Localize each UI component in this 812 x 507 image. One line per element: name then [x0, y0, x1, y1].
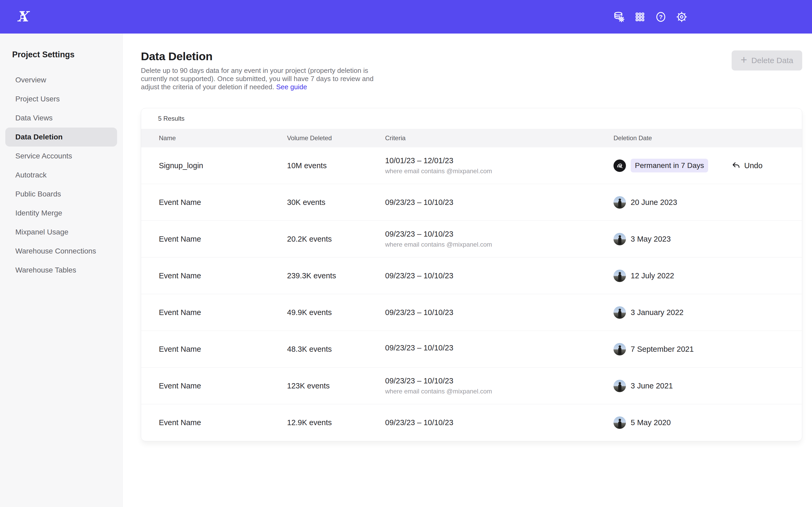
page-description: Delete up to 90 days data for any event … — [141, 66, 374, 91]
user-avatar — [613, 270, 626, 282]
criteria-cell: 09/23/23 – 10/10/23 — [385, 344, 613, 355]
table-row: Event Name 12.9K events 09/23/23 – 10/10… — [141, 404, 802, 441]
help-icon[interactable]: ? — [655, 11, 667, 23]
deletion-date-cell: 5 May 2020 — [613, 416, 802, 429]
criteria-date-range: 09/23/23 – 10/10/23 — [385, 308, 613, 317]
column-header-volume: Volume Deleted — [287, 134, 385, 142]
sidebar-item-label: Warehouse Tables — [15, 266, 76, 274]
deletion-date-cell: 12 July 2022 — [613, 270, 802, 282]
criteria-filter-text: where email contains @mixpanel.com — [385, 241, 613, 248]
page-header: Data Deletion Delete up to 90 days data … — [141, 50, 802, 91]
volume-deleted-cell: 48.3K events — [287, 345, 385, 353]
table-row: Event Name 239.3K events 09/23/23 – 10/1… — [141, 258, 802, 294]
sidebar-item-mixpanel-usage[interactable]: Mixpanel Usage — [5, 223, 117, 242]
event-name-cell: Signup_login — [159, 161, 287, 170]
undo-button[interactable]: Undo — [731, 161, 762, 170]
sidebar-item-label: Warehouse Connections — [15, 247, 96, 256]
settings-gear-icon[interactable] — [676, 11, 688, 23]
sidebar-item-public-boards[interactable]: Public Boards — [5, 184, 117, 204]
topbar-icon-group: ? — [613, 11, 688, 23]
sidebar-item-label: Overview — [15, 76, 46, 84]
deletion-date-cell: Permanent in 7 Days Undo — [613, 159, 802, 172]
column-header-name: Name — [159, 134, 287, 142]
deletion-date-text: 7 September 2021 — [631, 345, 694, 353]
sidebar: Project Settings OverviewProject UsersDa… — [0, 34, 123, 507]
deletion-date-cell: 7 September 2021 — [613, 343, 802, 355]
event-name-cell: Event Name — [159, 235, 287, 243]
mixpanel-logo[interactable]: X — [15, 9, 30, 24]
criteria-filter-text: where email contains @mixpanel.com — [385, 388, 613, 395]
topbar: X ? — [0, 0, 812, 34]
undo-icon — [731, 161, 741, 170]
criteria-filter-text: where email contains @mixpanel.com — [385, 167, 613, 175]
sidebar-item-overview[interactable]: Overview — [5, 70, 117, 90]
criteria-date-range: 09/23/23 – 10/10/23 — [385, 377, 613, 385]
criteria-date-range: 09/23/23 – 10/10/23 — [385, 344, 613, 352]
deletion-date-text: 3 June 2021 — [631, 382, 673, 390]
table-row: Signup_login 10M events 10/01/23 – 12/01… — [141, 147, 802, 184]
criteria-date-range: 10/01/23 – 12/01/23 — [385, 156, 613, 165]
sidebar-title: Project Settings — [12, 50, 122, 59]
sidebar-item-autotrack[interactable]: Autotrack — [5, 166, 117, 184]
delete-data-button[interactable]: + Delete Data — [732, 50, 802, 70]
table-row: Event Name 49.9K events 09/23/23 – 10/10… — [141, 294, 802, 331]
criteria-cell: 10/01/23 – 12/01/23 where email contains… — [385, 156, 613, 175]
volume-deleted-cell: 10M events — [287, 161, 385, 170]
undo-label: Undo — [744, 161, 762, 170]
volume-deleted-cell: 123K events — [287, 382, 385, 390]
sidebar-item-project-users[interactable]: Project Users — [5, 90, 117, 109]
sidebar-item-label: Mixpanel Usage — [15, 228, 68, 236]
deletion-date-text: 5 May 2020 — [631, 418, 671, 427]
event-name-cell: Event Name — [159, 345, 287, 353]
sidebar-item-data-views[interactable]: Data Views — [5, 109, 117, 127]
volume-deleted-cell: 49.9K events — [287, 308, 385, 317]
deletion-date-cell: 3 June 2021 — [613, 380, 802, 392]
data-settings-icon[interactable] — [613, 11, 625, 23]
table-row: Event Name 20.2K events 09/23/23 – 10/10… — [141, 221, 802, 258]
description-text: Delete up to 90 days data for any event … — [141, 66, 373, 91]
user-avatar — [613, 343, 626, 355]
sidebar-item-label: Data Views — [15, 114, 53, 122]
deletion-date-cell: 20 June 2023 — [613, 196, 802, 209]
see-guide-link[interactable]: See guide — [276, 83, 307, 91]
user-avatar — [613, 380, 626, 392]
sidebar-item-identity-merge[interactable]: Identity Merge — [5, 204, 117, 223]
table-body: Signup_login 10M events 10/01/23 – 12/01… — [141, 147, 802, 441]
criteria-date-range: 09/23/23 – 10/10/23 — [385, 272, 613, 280]
results-card: 5 Results Name Volume Deleted Criteria D… — [141, 108, 802, 441]
user-avatar — [613, 196, 626, 209]
criteria-cell: 09/23/23 – 10/10/23 — [385, 272, 613, 280]
user-avatar — [613, 233, 626, 245]
sidebar-item-label: Public Boards — [15, 190, 61, 198]
column-header-criteria: Criteria — [385, 134, 613, 142]
main-content: Data Deletion Delete up to 90 days data … — [123, 34, 812, 507]
criteria-cell: 09/23/23 – 10/10/23 — [385, 418, 613, 427]
criteria-cell: 09/23/23 – 10/10/23 — [385, 308, 613, 317]
deletion-date-text: 3 May 2023 — [631, 235, 671, 243]
sidebar-item-data-deletion[interactable]: Data Deletion — [5, 127, 117, 147]
criteria-date-range: 09/23/23 – 10/10/23 — [385, 418, 613, 427]
results-count: 5 Results — [141, 108, 802, 129]
volume-deleted-cell: 239.3K events — [287, 272, 385, 280]
table-row: Event Name 48.3K events 09/23/23 – 10/10… — [141, 331, 802, 368]
deletion-date-text: 12 July 2022 — [631, 272, 674, 280]
event-name-cell: Event Name — [159, 198, 287, 207]
volume-deleted-cell: 20.2K events — [287, 235, 385, 243]
deletion-date-cell: 3 January 2022 — [613, 306, 802, 319]
table-row: Event Name 123K events 09/23/23 – 10/10/… — [141, 368, 802, 404]
plus-icon: + — [741, 54, 747, 65]
apps-grid-icon[interactable] — [634, 11, 646, 23]
sidebar-item-warehouse-connections[interactable]: Warehouse Connections — [5, 242, 117, 261]
sidebar-item-label: Project Users — [15, 95, 60, 103]
user-avatar — [613, 306, 626, 319]
sidebar-item-service-accounts[interactable]: Service Accounts — [5, 147, 117, 166]
event-name-cell: Event Name — [159, 272, 287, 280]
sidebar-item-warehouse-tables[interactable]: Warehouse Tables — [5, 261, 117, 280]
criteria-cell: 09/23/23 – 10/10/23 — [385, 198, 613, 207]
deletion-date-text: 3 January 2022 — [631, 308, 683, 317]
table-row: Event Name 30K events 09/23/23 – 10/10/2… — [141, 184, 802, 221]
event-name-cell: Event Name — [159, 308, 287, 317]
criteria-date-range: 09/23/23 – 10/10/23 — [385, 198, 613, 207]
user-avatar — [613, 160, 626, 172]
volume-deleted-cell: 12.9K events — [287, 418, 385, 427]
